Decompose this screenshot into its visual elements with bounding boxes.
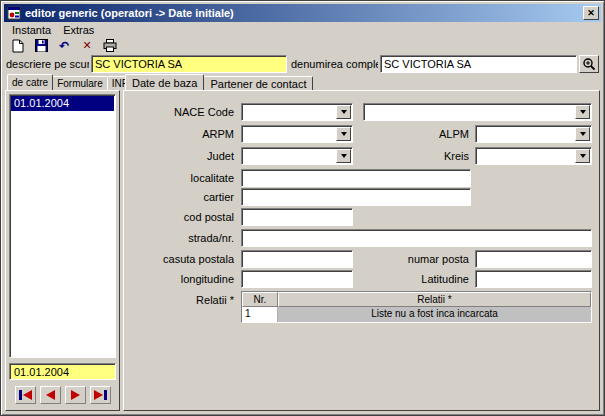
print-button[interactable] (99, 38, 121, 53)
full-name-label: denumirea completa a in... (291, 58, 378, 70)
alpm-combo[interactable] (475, 125, 592, 143)
editor-generic-window: editor generic (operatori -> Date initia… (0, 0, 605, 416)
short-description-label: descriere pe scurt a inst... (6, 58, 89, 70)
cartier-label: cartier (124, 191, 234, 203)
menu-instanta[interactable]: Instanta (6, 23, 57, 37)
menu-bar: Instanta Extras (4, 22, 601, 38)
menu-extras[interactable]: Extras (57, 23, 100, 37)
close-icon: ✕ (587, 8, 595, 18)
short-description-input[interactable] (91, 55, 287, 73)
nace-code-value (242, 104, 335, 120)
save-button[interactable] (30, 38, 52, 53)
date-de-baza-form: NACE Code ARPM ALPM Judet (123, 90, 600, 411)
next-record-button[interactable] (65, 386, 86, 404)
last-record-icon (93, 390, 108, 400)
records-list[interactable]: 01.01.2004 (9, 94, 116, 358)
lookup-button[interactable] (579, 55, 599, 73)
nace-code-combo[interactable] (241, 103, 353, 121)
localitate-input[interactable] (241, 169, 471, 187)
cod-postal-input[interactable] (241, 208, 353, 226)
records-tab-row: de catre Formulare INFO (5, 74, 120, 90)
toolbar: ↶ ✕ (4, 38, 601, 53)
records-panel: de catre Formulare INFO 01.01.2004 01.01… (5, 74, 120, 411)
first-record-button[interactable] (15, 386, 36, 404)
next-record-icon (70, 390, 81, 400)
previous-record-icon (45, 390, 56, 400)
undo-icon: ↶ (59, 40, 69, 52)
judet-label: Judet (124, 150, 234, 162)
header-fields: descriere pe scurt a inst... denumirea c… (4, 54, 601, 74)
cartier-input[interactable] (241, 188, 471, 206)
row-number-cell: 1 (242, 307, 278, 322)
casuta-postala-input[interactable] (241, 250, 353, 268)
relatii-label: Relatii * (124, 294, 234, 306)
full-name-input[interactable] (380, 55, 577, 73)
alpm-label: ALPM (379, 128, 469, 140)
nace-code-description-value (364, 104, 574, 120)
delete-button[interactable]: ✕ (76, 38, 98, 53)
cod-postal-label: cod postal (124, 211, 234, 223)
save-icon (35, 39, 48, 52)
table-row[interactable]: 1 Liste nu a fost inca incarcata (242, 307, 591, 322)
casuta-postala-label: casuta postala (124, 253, 234, 265)
latitudine-input[interactable] (475, 270, 592, 288)
nace-code-description-combo[interactable] (363, 103, 592, 121)
chevron-down-icon[interactable] (336, 127, 351, 141)
tab-formulare[interactable]: Formulare (52, 76, 108, 90)
strada-input[interactable] (241, 229, 592, 247)
new-document-button[interactable] (7, 38, 29, 53)
window-title: editor generic (operatori -> Date initia… (25, 7, 583, 19)
tab-date-de-baza[interactable]: Date de baza (125, 74, 204, 90)
kreis-combo[interactable] (475, 147, 592, 165)
column-header-nr[interactable]: Nr. (242, 292, 278, 307)
detail-panel: Date de baza Partener de contact NACE Co… (123, 74, 600, 411)
delete-icon: ✕ (82, 40, 91, 51)
alpm-value (476, 126, 574, 142)
longitudine-input[interactable] (241, 270, 353, 288)
numar-posta-input[interactable] (475, 250, 592, 268)
app-icon (7, 6, 21, 20)
tab-de-catre[interactable]: de catre (7, 74, 53, 90)
strada-label: strada/nr. (124, 232, 234, 244)
judet-combo[interactable] (241, 147, 353, 165)
close-button[interactable]: ✕ (583, 6, 599, 20)
chevron-down-icon[interactable] (575, 127, 590, 141)
chevron-down-icon[interactable] (336, 105, 351, 119)
first-record-icon (18, 390, 33, 400)
arpm-combo[interactable] (241, 125, 353, 143)
latitudine-label: Latitudine (379, 273, 469, 285)
record-navigation (6, 385, 119, 405)
detail-tab-row: Date de baza Partener de contact (123, 74, 600, 90)
chevron-down-icon[interactable] (336, 149, 351, 163)
nace-code-label: NACE Code (124, 106, 234, 118)
tab-partener-de-contact[interactable]: Partener de contact (203, 76, 313, 90)
kreis-value (476, 148, 574, 164)
relatii-table: Nr. Relatii * 1 Liste nu a fost inca inc… (241, 291, 592, 323)
chevron-down-icon[interactable] (575, 105, 590, 119)
current-record-field: 01.01.2004 (9, 363, 116, 380)
row-message-cell: Liste nu a fost inca incarcata (278, 307, 591, 322)
arpm-value (242, 126, 335, 142)
longitudine-label: longitudine (124, 273, 234, 285)
previous-record-button[interactable] (40, 386, 61, 404)
undo-button[interactable]: ↶ (53, 38, 75, 53)
title-bar: editor generic (operatori -> Date initia… (4, 4, 601, 22)
relatii-table-header: Nr. Relatii * (242, 292, 591, 307)
localitate-label: localitate (124, 172, 234, 184)
kreis-label: Kreis (379, 150, 469, 162)
new-document-icon (12, 39, 24, 53)
print-icon (103, 39, 117, 52)
chevron-down-icon[interactable] (575, 149, 590, 163)
column-header-relatii[interactable]: Relatii * (278, 292, 591, 307)
numar-posta-label: numar posta (379, 253, 469, 265)
arpm-label: ARPM (124, 128, 234, 140)
list-item[interactable]: 01.01.2004 (11, 96, 114, 111)
records-panel-body: 01.01.2004 01.01.2004 (5, 90, 120, 411)
last-record-button[interactable] (90, 386, 111, 404)
magnifier-icon (582, 57, 596, 71)
judet-value (242, 148, 335, 164)
